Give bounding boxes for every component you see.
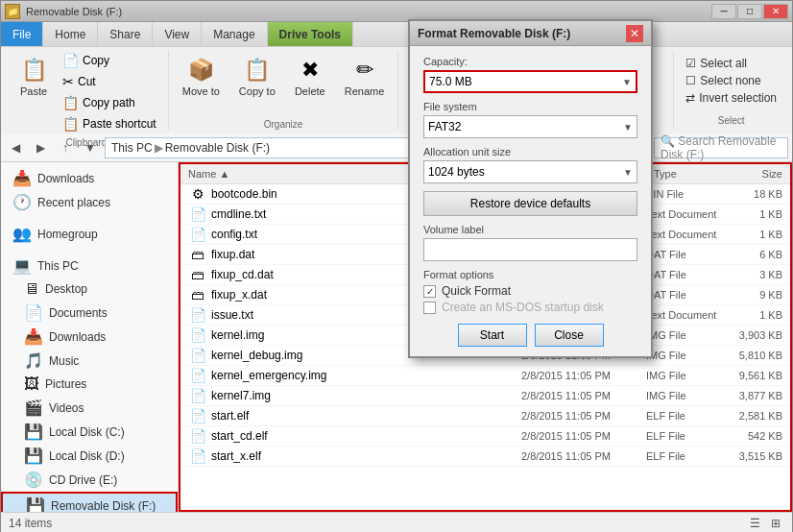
sidebar-item-documents[interactable]: 📄 Documents xyxy=(1,301,178,325)
sidebar-item-recent[interactable]: 🕐 Recent places xyxy=(1,190,178,214)
copy-button[interactable]: 📄 Copy xyxy=(59,51,160,70)
documents-icon: 📄 xyxy=(24,303,43,322)
sidebar-item-local-c[interactable]: 💾 Local Disk (C:) xyxy=(1,420,178,444)
maximize-button[interactable]: □ xyxy=(737,4,762,19)
tab-file[interactable]: File xyxy=(1,22,43,46)
table-row[interactable]: 📄 kernel7.img 2/8/2015 11:05 PM IMG File… xyxy=(180,386,790,406)
sidebar-item-local-d[interactable]: 💾 Local Disk (D:) xyxy=(1,444,178,468)
copy-to-button[interactable]: 📋 Copy to xyxy=(233,51,281,101)
restore-defaults-button[interactable]: Restore device defaults xyxy=(423,191,637,216)
large-icons-button[interactable]: ⊞ xyxy=(767,515,784,532)
address-bar: ◀ ▶ ↑ ▼ This PC ▶ Removable Disk (F:) 🔍 … xyxy=(1,133,792,162)
main-content: 📥 Downloads 🕐 Recent places 👥 Homegroup … xyxy=(1,162,792,512)
file-date: 2/8/2015 11:05 PM xyxy=(521,450,646,462)
col-type-header[interactable]: Type xyxy=(646,166,723,181)
sidebar-item-label: Local Disk (C:) xyxy=(49,425,125,439)
file-size: 542 KB xyxy=(723,430,790,442)
dialog-close-x-button[interactable]: ✕ xyxy=(626,25,643,42)
file-size: 1 KB xyxy=(723,208,790,220)
table-row[interactable]: 📄 start_cd.elf 2/8/2015 11:05 PM ELF Fil… xyxy=(180,426,790,447)
sidebar-item-label: Removable Disk (F:) xyxy=(51,499,156,513)
file-size: 3,515 KB xyxy=(723,450,790,462)
file-size: 3,903 KB xyxy=(723,329,790,341)
sidebar-item-music[interactable]: 🎵 Music xyxy=(1,349,178,373)
address-this-pc[interactable]: This PC xyxy=(111,141,153,155)
rename-button[interactable]: ✏ Rename xyxy=(339,51,391,101)
videos-icon: 🎬 xyxy=(24,399,43,417)
scissors-icon: ✂ xyxy=(62,74,74,89)
file-size: 3 KB xyxy=(723,269,790,280)
sidebar-item-label: Recent places xyxy=(37,196,110,209)
search-box[interactable]: 🔍 Search Removable Disk (F:) xyxy=(654,137,788,158)
msdos-checkbox xyxy=(423,302,436,314)
recent-locations-button[interactable]: ▼ xyxy=(80,137,101,158)
close-button[interactable]: ✕ xyxy=(763,4,788,19)
sidebar-item-pictures[interactable]: 🖼 Pictures xyxy=(1,373,178,396)
title-bar-text: Removable Disk (F:) xyxy=(26,6,711,17)
sidebar-item-removable-f[interactable]: 💾 Removable Disk (F:) xyxy=(1,492,178,512)
cut-button[interactable]: ✂ Cut xyxy=(59,72,160,91)
filesystem-label: File system xyxy=(423,101,637,112)
sidebar-item-downloads2[interactable]: 📥 Downloads xyxy=(1,325,178,349)
file-type: Text Document xyxy=(646,309,723,321)
quick-format-checkbox[interactable]: ✓ xyxy=(423,285,436,298)
col-size-header[interactable]: Size xyxy=(723,166,790,181)
details-view-button[interactable]: ☰ xyxy=(746,515,763,532)
back-button[interactable]: ◀ xyxy=(5,137,26,158)
drive-e-icon: 💿 xyxy=(24,471,43,489)
up-button[interactable]: ↑ xyxy=(55,137,76,158)
start-button[interactable]: Start xyxy=(458,324,527,347)
ribbon-clipboard-group: 📋 Paste 📄 Copy ✂ Cut 📋 Copy path xyxy=(5,51,169,130)
item-count: 14 items xyxy=(9,517,52,530)
sidebar-item-thispc[interactable]: 💻 This PC xyxy=(1,254,178,278)
file-icon: 📄 xyxy=(188,327,207,343)
file-date: 2/8/2015 11:05 PM xyxy=(521,370,646,381)
tab-share[interactable]: Share xyxy=(98,22,153,46)
sidebar-item-cd-e[interactable]: 💿 CD Drive (E:) xyxy=(1,468,178,492)
address-drive[interactable]: Removable Disk (F:) xyxy=(165,141,270,155)
file-icon: ⚙ xyxy=(188,186,207,202)
copy-path-button[interactable]: 📋 Copy path xyxy=(59,93,160,112)
paste-shortcut-button[interactable]: 📋 Paste shortcut xyxy=(59,114,160,133)
file-type: IMG File xyxy=(646,350,723,361)
invert-selection-button[interactable]: ⇄ Invert selection xyxy=(682,89,781,107)
sidebar-item-desktop[interactable]: 🖥 Desktop xyxy=(1,278,178,301)
select-all-button[interactable]: ☑ Select all xyxy=(682,55,781,72)
tab-drive-tools[interactable]: Drive Tools xyxy=(268,22,353,46)
copy-path-icon: 📋 xyxy=(62,95,79,110)
tab-view[interactable]: View xyxy=(153,22,202,46)
search-placeholder: 🔍 Search Removable Disk (F:) xyxy=(661,134,781,161)
dialog-close-button[interactable]: Close xyxy=(535,324,604,347)
move-to-button[interactable]: 📦 Move to xyxy=(177,51,226,101)
capacity-select[interactable]: 75.0 MB ▼ xyxy=(423,70,637,93)
file-icon: 📄 xyxy=(188,348,207,363)
sidebar-item-homegroup[interactable]: 👥 Homegroup xyxy=(1,222,178,246)
table-row[interactable]: 📄 start.elf 2/8/2015 11:05 PM ELF File 2… xyxy=(180,406,790,426)
pictures-icon: 🖼 xyxy=(24,375,39,393)
dialog-body: Capacity: 75.0 MB ▼ File system FAT32 ▼ … xyxy=(410,46,651,356)
filesystem-select[interactable]: FAT32 ▼ xyxy=(423,115,637,138)
file-date: 2/8/2015 11:05 PM xyxy=(521,410,646,422)
delete-button[interactable]: ✖ Delete xyxy=(289,51,331,101)
forward-button[interactable]: ▶ xyxy=(30,137,51,158)
quick-format-checkbox-row[interactable]: ✓ Quick Format xyxy=(423,284,637,298)
delete-icon: ✖ xyxy=(295,55,325,85)
sidebar-item-videos[interactable]: 🎬 Videos xyxy=(1,396,178,420)
paste-shortcut-icon: 📋 xyxy=(62,116,79,132)
file-size: 2,581 KB xyxy=(723,410,790,422)
table-row[interactable]: 📄 kernel_emergency.img 2/8/2015 11:05 PM… xyxy=(180,366,790,386)
file-size: 3,877 KB xyxy=(723,390,790,401)
tab-manage[interactable]: Manage xyxy=(202,22,267,46)
file-type: BIN File xyxy=(646,188,723,200)
volume-label-input[interactable] xyxy=(423,238,637,261)
select-none-button[interactable]: ☐ Select none xyxy=(682,72,781,89)
table-row[interactable]: 📄 start_x.elf 2/8/2015 11:05 PM ELF File… xyxy=(180,447,790,467)
sidebar-item-downloads1[interactable]: 📥 Downloads xyxy=(1,166,178,190)
minimize-button[interactable]: ─ xyxy=(711,4,736,19)
tab-home[interactable]: Home xyxy=(43,22,98,46)
quick-format-label: Quick Format xyxy=(442,284,511,298)
paste-button[interactable]: 📋 Paste xyxy=(12,51,55,101)
file-size: 5,810 KB xyxy=(723,350,790,361)
file-type: DAT File xyxy=(646,249,723,260)
allocation-select[interactable]: 1024 bytes ▼ xyxy=(423,160,637,183)
